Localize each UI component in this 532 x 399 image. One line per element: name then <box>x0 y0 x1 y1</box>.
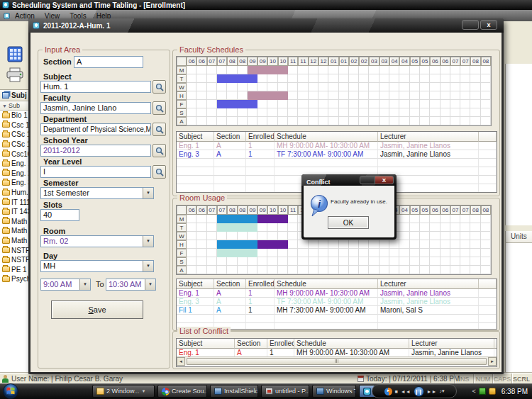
table-row[interactable]: Eng. 1A1MH 9:00:00 AM- 10:30:00 AMJasmin… <box>177 142 497 150</box>
pause-button[interactable]: ❙❙ <box>414 386 424 397</box>
child-close-button[interactable]: x <box>480 20 497 30</box>
grid-cell <box>227 108 237 117</box>
grid-corner <box>177 206 187 215</box>
room-select[interactable]: Rm. 02 ▼ <box>40 235 154 247</box>
taskbar-button-4[interactable]: untitled - P... <box>261 385 309 398</box>
table-row[interactable]: Eng. 1A1MH 9:00:00 AM- 10:30:00 AMJasmin… <box>177 289 497 298</box>
grid-hour-header: 08 <box>470 206 480 215</box>
grid-cell <box>248 100 257 108</box>
taskbar-button-3[interactable]: InstallShield <box>210 385 258 398</box>
column-header[interactable]: Schedule <box>275 132 378 142</box>
chevron-down-icon[interactable]: ▼ <box>145 279 155 290</box>
start-button[interactable] <box>3 383 18 399</box>
units-column-header[interactable]: Units <box>505 231 532 243</box>
ok-button[interactable]: OK <box>328 216 369 229</box>
subject-search-button[interactable] <box>153 80 166 94</box>
subject-list-item[interactable]: Math 5 <box>0 226 31 236</box>
user-icon <box>2 375 9 383</box>
section-input[interactable]: A <box>74 56 143 68</box>
school-year-search-button[interactable] <box>153 144 166 157</box>
sidebar-column-header[interactable]: ▼ Sub <box>0 101 31 111</box>
time-to-select[interactable]: 10:30 AM ▼ <box>106 279 156 291</box>
subject-list-item[interactable]: Csc10 <box>0 149 31 159</box>
faculty-search-button[interactable] <box>153 101 166 115</box>
column-header[interactable]: Lecturer <box>378 279 479 289</box>
subject-list-item[interactable]: Psych <box>0 274 31 284</box>
column-header[interactable]: Subject <box>177 132 214 142</box>
dialog-close-button[interactable]: X <box>375 176 394 184</box>
volume-button[interactable]: ♪▾ <box>439 388 444 394</box>
subject-list-item[interactable]: Eng. 3 <box>0 178 31 188</box>
child-restore-button[interactable] <box>462 20 479 30</box>
installer-icon <box>214 388 222 395</box>
column-header[interactable]: Section <box>214 279 246 289</box>
subject-list-item[interactable]: NSTP <box>0 245 31 255</box>
subject-list-item[interactable]: CSc 10 <box>0 130 31 140</box>
subject-list-item[interactable]: CSc 14 <box>0 140 31 150</box>
subject-list-item[interactable]: Eng. 1 <box>0 159 31 169</box>
chevron-down-icon[interactable]: ▼ <box>143 261 153 271</box>
subject-list-item[interactable]: Math 6 <box>0 236 31 246</box>
column-header[interactable]: Lecturer <box>409 339 494 349</box>
next-button[interactable]: ►► <box>427 389 437 394</box>
previous-button[interactable]: ◄◄ <box>401 389 411 394</box>
horizontal-scrollbar[interactable]: ◄ ► <box>177 356 497 365</box>
table-row[interactable]: Eng. 3A1TF 7:30:00 AM- 9:00:00 AMJasmin,… <box>177 298 497 306</box>
column-header[interactable]: Lecturer <box>378 132 479 142</box>
tray-messenger-icon[interactable] <box>489 388 496 395</box>
tray-clock[interactable]: 6:38 PM <box>501 388 528 395</box>
search-icon <box>155 125 164 134</box>
tray-expand-icon[interactable]: < <box>472 388 475 395</box>
chevron-down-icon[interactable]: ▼ <box>143 188 153 198</box>
faculty-input[interactable]: Jasmin, Janine Llano <box>40 102 151 114</box>
column-header[interactable]: Schedule <box>275 279 378 289</box>
column-header[interactable]: Section <box>235 339 267 349</box>
department-input[interactable]: Department of Physical Science,Mathemati… <box>40 123 151 135</box>
stop-button[interactable]: ■ <box>395 389 398 394</box>
column-header[interactable]: Subject <box>177 279 214 289</box>
subject-list-item[interactable]: Hum. 1 <box>0 188 31 198</box>
column-header[interactable]: Enrolled <box>246 132 275 142</box>
day-select[interactable]: MH ▼ <box>40 260 154 272</box>
scroll-left-arrow[interactable]: ◄ <box>177 357 185 366</box>
grid-cell <box>288 266 298 274</box>
media-player-icon[interactable] <box>384 388 392 395</box>
subject-list-item[interactable]: Math 1 <box>0 217 31 227</box>
chevron-down-icon[interactable]: ▼ <box>142 389 146 393</box>
year-level-search-button[interactable] <box>153 165 166 179</box>
subject-list-item[interactable]: IT 143 <box>0 207 31 217</box>
semester-select[interactable]: 1st Semester ▼ <box>40 187 154 199</box>
time-from-select[interactable]: 9:00 AM ▼ <box>40 279 91 291</box>
column-header[interactable]: Schedule <box>294 339 409 349</box>
slots-input[interactable]: 40 <box>40 209 79 221</box>
school-year-input[interactable]: 2011-2012 <box>40 145 151 157</box>
column-header[interactable]: Subject <box>177 339 235 349</box>
subject-list-item[interactable]: Csc 10 <box>0 120 31 130</box>
building-toolbar-button[interactable] <box>1 45 28 64</box>
print-toolbar-button[interactable] <box>1 65 28 85</box>
subject-input[interactable]: Hum. 1 <box>40 81 151 93</box>
tray-green-icon[interactable] <box>479 388 486 395</box>
column-header[interactable]: Enrolled <box>246 279 275 289</box>
group-input-area: Input Area Section A Subject Hum. 1 Facu… <box>38 50 170 369</box>
subject-list-item[interactable]: Eng. 2 <box>0 169 31 179</box>
department-search-button[interactable] <box>153 123 166 136</box>
column-header[interactable]: Section <box>214 132 246 142</box>
chevron-down-icon[interactable]: ▼ <box>143 236 153 247</box>
table-row[interactable]: Fil 1A1MH 7:30:00 AM- 9:00:00 AMMaroni, … <box>177 306 497 315</box>
subject-list-item[interactable]: NSTP <box>0 255 31 265</box>
taskbar-button-5[interactable]: Windows T... <box>312 385 356 398</box>
scroll-right-arrow[interactable]: ► <box>488 357 497 366</box>
child-titlebar[interactable]: 2011-2012-A-Hum. 1 <box>28 18 504 33</box>
year-level-input[interactable]: I <box>40 166 151 178</box>
taskbar-button-2[interactable]: Create Sou... <box>157 385 207 398</box>
scrollbar-thumb[interactable] <box>187 358 487 365</box>
taskbar-button-1[interactable]: 2 Window...▼ <box>92 385 155 398</box>
table-row[interactable]: Eng. 3A1TF 7:30:00 AM- 9:00:00 AMJasmin,… <box>177 150 497 159</box>
chevron-down-icon[interactable]: ▼ <box>79 279 90 290</box>
column-header[interactable]: Enrolled <box>267 339 294 349</box>
subject-list-item[interactable]: PE 1 <box>0 265 31 275</box>
save-button[interactable]: Save <box>51 300 143 319</box>
subject-list-item[interactable]: Bio 1 <box>0 111 31 120</box>
subject-list-item[interactable]: IT 111 <box>0 197 31 207</box>
